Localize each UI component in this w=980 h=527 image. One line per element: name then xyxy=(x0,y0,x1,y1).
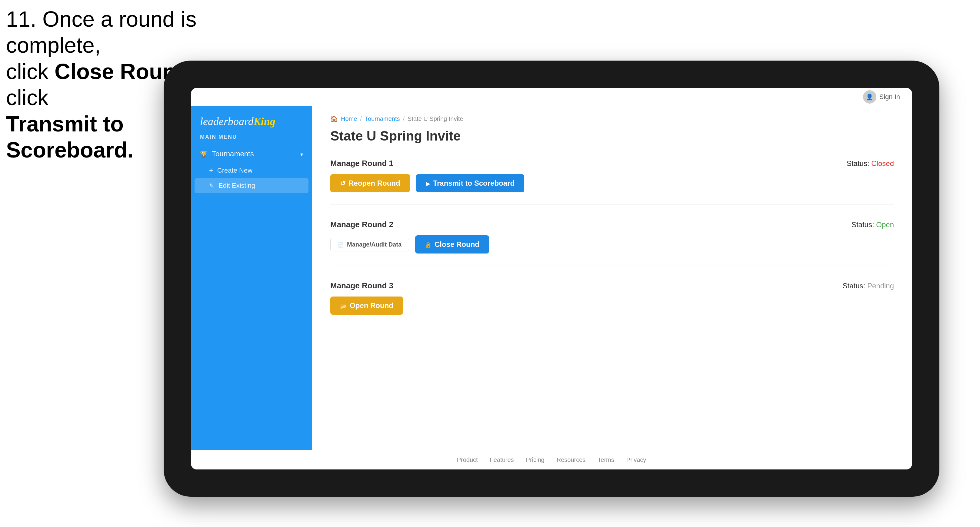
content-area: 🏠 Home / Tournaments / State U Spring In… xyxy=(312,106,912,450)
footer-privacy[interactable]: Privacy xyxy=(626,456,646,464)
round-3-status-value: Pending xyxy=(867,282,894,290)
footer-resources[interactable]: Resources xyxy=(557,456,586,464)
top-bar: 👤 Sign In xyxy=(191,88,912,106)
round-2-section: Manage Round 2 Status: Open Manage/Audit… xyxy=(330,220,894,266)
breadcrumb: 🏠 Home / Tournaments / State U Spring In… xyxy=(330,115,894,122)
logo-king: King xyxy=(254,115,275,128)
breadcrumb-home-link[interactable]: Home xyxy=(341,115,357,122)
transmit-icon xyxy=(426,179,430,187)
edit-icon xyxy=(209,182,214,190)
round-3-actions: Open Round xyxy=(330,297,894,315)
breadcrumb-current: State U Spring Invite xyxy=(407,115,463,122)
page-title: State U Spring Invite xyxy=(330,129,894,144)
instruction-bold2: Transmit to Scoreboard. xyxy=(6,112,133,162)
plus-icon xyxy=(209,167,213,175)
round-2-header: Manage Round 2 Status: Open xyxy=(330,220,894,229)
footer-terms[interactable]: Terms xyxy=(598,456,614,464)
round-3-header: Manage Round 3 Status: Pending xyxy=(330,281,894,290)
round-3-status: Status: Pending xyxy=(843,282,894,290)
open-round-button[interactable]: Open Round xyxy=(330,297,403,315)
user-avatar-icon: 👤 xyxy=(863,90,877,103)
round-1-status-value: Closed xyxy=(871,159,894,167)
manage-audit-button[interactable]: Manage/Audit Data xyxy=(330,238,409,251)
chevron-down-icon xyxy=(300,149,303,158)
logo: leaderboardKing xyxy=(200,115,303,128)
tablet-device: 👤 Sign In leaderboardKing MAIN MENU Tour… xyxy=(164,60,939,497)
edit-existing-label: Edit Existing xyxy=(218,182,255,190)
sign-in-label[interactable]: Sign In xyxy=(880,93,900,101)
sidebar: leaderboardKing MAIN MENU Tournaments Cr… xyxy=(191,106,312,450)
breadcrumb-tournaments-link[interactable]: Tournaments xyxy=(365,115,400,122)
breadcrumb-home-icon: 🏠 xyxy=(330,115,338,122)
round-3-section: Manage Round 3 Status: Pending Open Roun… xyxy=(330,281,894,327)
tablet-screen: 👤 Sign In leaderboardKing MAIN MENU Tour… xyxy=(191,88,912,470)
footer-features[interactable]: Features xyxy=(490,456,514,464)
reopen-round-button[interactable]: Reopen Round xyxy=(330,174,410,192)
open-icon xyxy=(340,302,347,310)
round-2-actions: Manage/Audit Data Close Round xyxy=(330,235,894,254)
lock-icon xyxy=(425,240,431,249)
transmit-scoreboard-button[interactable]: Transmit to Scoreboard xyxy=(416,174,524,192)
refresh-icon xyxy=(340,179,345,187)
footer-pricing[interactable]: Pricing xyxy=(526,456,544,464)
main-menu-label: MAIN MENU xyxy=(191,134,312,145)
close-round-button[interactable]: Close Round xyxy=(415,235,489,254)
sign-in-area[interactable]: 👤 Sign In xyxy=(863,90,900,103)
round-2-status-value: Open xyxy=(876,221,894,229)
round-2-title: Manage Round 2 xyxy=(330,220,393,229)
logo-area: leaderboardKing xyxy=(191,106,312,134)
round-1-header: Manage Round 1 Status: Closed xyxy=(330,159,894,168)
create-new-label: Create New xyxy=(217,167,253,175)
tournaments-label: Tournaments xyxy=(212,149,254,158)
trophy-icon xyxy=(200,149,208,158)
instruction-line1: 11. Once a round is complete, xyxy=(6,7,196,57)
round-1-section: Manage Round 1 Status: Closed Reopen Rou… xyxy=(330,159,894,205)
file-icon xyxy=(338,241,344,248)
round-3-title: Manage Round 3 xyxy=(330,281,393,290)
footer: Product Features Pricing Resources Terms… xyxy=(191,450,912,470)
round-1-actions: Reopen Round Transmit to Scoreboard xyxy=(330,174,894,192)
sidebar-item-edit-existing[interactable]: Edit Existing xyxy=(194,178,309,193)
round-1-title: Manage Round 1 xyxy=(330,159,393,168)
logo-leaderboard: leaderboard xyxy=(200,115,254,128)
sidebar-item-tournaments[interactable]: Tournaments xyxy=(191,145,312,163)
footer-product[interactable]: Product xyxy=(457,456,478,464)
round-1-status: Status: Closed xyxy=(847,159,894,168)
round-2-status: Status: Open xyxy=(851,221,894,229)
sidebar-item-create-new[interactable]: Create New xyxy=(191,163,312,178)
main-layout: leaderboardKing MAIN MENU Tournaments Cr… xyxy=(191,106,912,450)
